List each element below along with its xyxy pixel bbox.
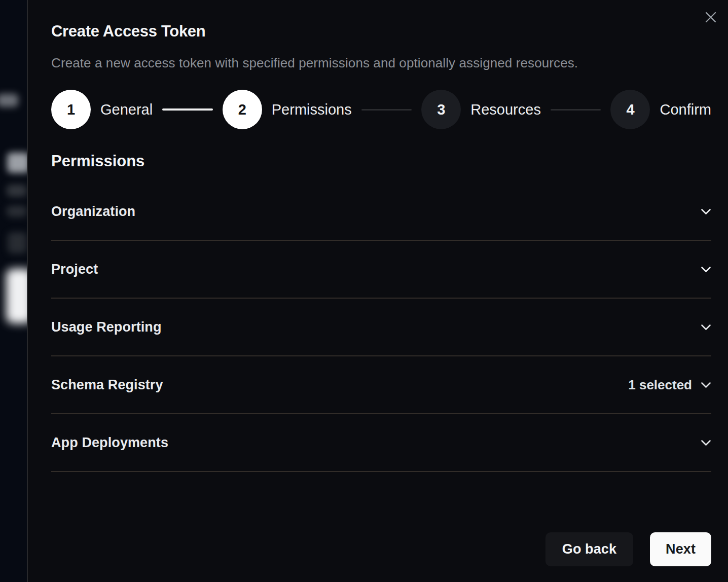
next-button[interactable]: Next [650,532,711,566]
permission-group-row-organization[interactable]: Organization [51,183,711,241]
step-number-badge: 1 [51,90,91,129]
blurred-background-text [7,206,27,217]
chevron-down-icon[interactable] [701,324,711,331]
chevron-down-icon[interactable] [701,208,711,215]
blurred-background-text [7,153,28,173]
accordion-row-right [701,440,711,446]
permission-group-row-project[interactable]: Project [51,241,711,299]
create-access-token-dialog: Create Access Token Create a new access … [28,0,728,582]
blurred-background-text [7,185,27,197]
wizard-stepper: 1 General 2 Permissions 3 Resources 4 Co… [51,90,711,129]
step-label: General [100,101,153,118]
accordion-row-right [701,208,711,215]
step-connector [361,109,412,111]
permission-group-row-usage-reporting[interactable]: Usage Reporting [51,299,711,356]
go-back-button[interactable]: Go back [545,532,633,566]
chevron-down-icon[interactable] [701,266,711,273]
step-label: Confirm [660,101,711,118]
step-number-badge: 3 [421,90,461,129]
blurred-background-card [6,269,28,323]
step-connector [162,108,213,111]
permission-group-label: Usage Reporting [51,319,162,335]
accordion-row-right [701,324,711,331]
step-label: Permissions [272,101,352,118]
chevron-down-icon[interactable] [701,440,711,446]
permission-group-label: App Deployments [51,435,168,451]
step-number-badge: 2 [223,90,262,129]
chevron-down-icon[interactable] [701,382,711,388]
permission-group-label: Project [51,262,98,277]
permission-group-row-schema-registry[interactable]: Schema Registry 1 selected [51,356,711,414]
section-heading: Permissions [51,152,711,170]
dialog-subtitle: Create a new access token with specified… [51,55,711,71]
stepper-step-confirm[interactable]: 4 Confirm [610,90,711,129]
background-app-strip [0,0,28,582]
accordion-row-right [701,266,711,273]
stepper-step-general[interactable]: 1 General [51,90,153,129]
dialog-footer: Go back Next [545,532,711,566]
stepper-step-resources[interactable]: 3 Resources [421,90,541,129]
close-icon[interactable] [701,7,721,27]
page-title: Create Access Token [51,22,711,41]
permission-group-label: Schema Registry [51,377,163,393]
permissions-accordion: Organization Project Usage Reporting [51,183,711,472]
selected-count-badge: 1 selected [628,377,692,393]
permission-group-label: Organization [51,204,135,220]
blurred-background-text [0,94,18,107]
step-connector [551,109,601,111]
stepper-step-permissions[interactable]: 2 Permissions [223,90,352,129]
accordion-row-right: 1 selected [628,377,711,393]
step-number-badge: 4 [610,90,650,129]
blurred-background-item [8,232,27,253]
permission-group-row-app-deployments[interactable]: App Deployments [51,414,711,472]
step-label: Resources [470,101,541,118]
